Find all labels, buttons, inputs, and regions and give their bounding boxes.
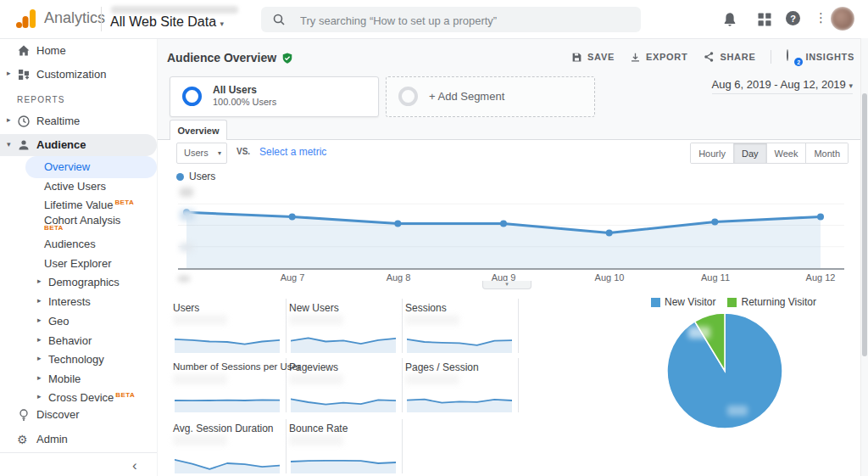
top-bar: Analytics All Web Site Data ▾ ? ⋮ [0, 0, 868, 39]
granularity-month[interactable]: Month [805, 143, 848, 163]
sidebar-item-audience[interactable]: ▾ Audience [0, 134, 157, 156]
redacted-metric-value [289, 435, 343, 445]
chevron-down-icon: ▾ [849, 81, 853, 90]
customization-icon [17, 68, 31, 81]
sidebar-item-demographics[interactable]: ▸ Demographics [0, 272, 157, 293]
x-axis-label: Aug 12 [795, 272, 846, 283]
sidebar-item-home[interactable]: Home [0, 41, 157, 61]
redacted-metric-value [405, 374, 459, 384]
insights-label: INSIGHTS [805, 52, 854, 62]
granularity-day[interactable]: Day [733, 143, 766, 163]
redacted-account-breadcrumb [111, 6, 238, 14]
chart-collapse-handle[interactable]: ▾ [482, 281, 531, 289]
sidebar-item-mobile[interactable]: ▸ Mobile [0, 369, 157, 389]
redacted-metric-value [289, 374, 343, 384]
search-box[interactable] [261, 7, 641, 32]
add-segment-button[interactable]: + Add Segment [386, 76, 595, 117]
pie-legend-item: New Visitor [651, 296, 715, 308]
chevron-down-icon: ▾ [218, 149, 221, 157]
share-button[interactable]: SHARE [703, 51, 755, 63]
share-icon [703, 51, 715, 63]
sidebar-item-discover[interactable]: Discover [0, 405, 157, 425]
collapse-sidebar-icon[interactable]: ‹ [132, 457, 137, 474]
sidebar-item-realtime[interactable]: ▸ Realtime [0, 111, 157, 132]
sidebar-item-label: Interests [48, 295, 91, 308]
collapse-arrow-icon: ▾ [7, 140, 11, 148]
redacted-pie-label [727, 406, 748, 416]
sidebar-item-overview[interactable]: Overview [25, 156, 157, 178]
expand-arrow-icon: ▸ [37, 373, 42, 382]
notifications-bell-icon[interactable] [721, 11, 738, 28]
expand-arrow-icon: ▸ [37, 335, 42, 344]
metric-selector-dropdown[interactable]: Users ▾ [176, 143, 227, 164]
redacted-y-tick [180, 210, 195, 221]
sidebar-item-interests[interactable]: ▸ Interests [0, 292, 157, 312]
scrollbar-thumb[interactable] [862, 93, 867, 356]
sidebar-item-label: User Explorer [44, 257, 111, 270]
page-title-text: Audience Overview [167, 51, 276, 64]
export-button[interactable]: EXPORT [630, 52, 687, 63]
sidebar-item-geo[interactable]: ▸ Geo [0, 311, 157, 332]
clock-icon [17, 115, 31, 128]
date-range-selector[interactable]: Aug 6, 2019 - Aug 12, 2019 ▾ [712, 78, 853, 94]
property-name: All Web Site Data [110, 14, 216, 29]
save-button[interactable]: SAVE [571, 52, 615, 63]
sidebar-item-label: Behavior [48, 334, 92, 347]
sidebar-item-label: Mobile [48, 372, 81, 385]
beta-badge: BETA [114, 199, 134, 206]
help-icon[interactable]: ? [786, 11, 800, 25]
expand-arrow-icon: ▸ [37, 354, 42, 362]
sidebar-item-customization[interactable]: ▸ Customization [0, 64, 157, 85]
more-options-icon[interactable]: ⋮ [815, 10, 832, 27]
segment-ring-icon [398, 87, 418, 106]
visitor-type-pie-chart [665, 311, 784, 430]
sidebar-item-technology[interactable]: ▸ Technology [0, 350, 157, 370]
metric-card-sessions: Sessions [402, 299, 519, 353]
expand-arrow-icon: ▸ [37, 392, 42, 400]
sidebar-item-label: Discover [36, 408, 80, 421]
segment-all-users[interactable]: All Users 100.00% Users [170, 76, 379, 117]
legend-label: Users [189, 171, 215, 182]
sidebar-item-admin[interactable]: ⚙ Admin [0, 429, 157, 450]
sidebar-item-cohort-analysis[interactable]: Cohort Analysis [0, 210, 157, 231]
sidebar-item-label: Home [36, 44, 66, 57]
sidebar-item-behavior[interactable]: ▸ Behavior [0, 331, 157, 351]
vertical-scrollbar[interactable] [860, 38, 868, 476]
insights-icon: 2 [787, 50, 800, 64]
google-analytics-logo-icon[interactable] [15, 8, 37, 30]
redacted-metric-value [173, 374, 227, 384]
redacted-y-tick [180, 243, 193, 252]
pie-legend-label: Returning Visitor [741, 296, 816, 308]
reports-section-label: REPORTS [17, 95, 65, 104]
sidebar-item-user-explorer[interactable]: User Explorer [0, 254, 157, 274]
avg-session-duration-sparkline [175, 451, 280, 473]
expand-arrow-icon: ▸ [37, 277, 42, 285]
users-over-time-chart[interactable] [178, 182, 844, 268]
tab-overview[interactable]: Overview [170, 120, 227, 140]
sidebar-nav: Home ▸ Customization REPORTS ▸ Realtime … [0, 38, 158, 476]
product-name[interactable]: Analytics [44, 9, 105, 27]
vs-label: VS. [236, 147, 250, 156]
sidebar-item-audiences[interactable]: Audiences [0, 234, 157, 255]
search-input[interactable] [298, 7, 632, 34]
redacted-metric-value [405, 315, 459, 325]
add-segment-label: + Add Segment [429, 90, 504, 103]
metric-card-title: Users [173, 302, 199, 314]
x-axis-label: Aug 11 [690, 272, 741, 283]
redacted-metric-value [289, 315, 343, 325]
apps-grid-icon[interactable] [756, 11, 773, 28]
beta-badge: BETA [44, 224, 64, 232]
avatar[interactable] [831, 7, 854, 31]
granularity-hourly[interactable]: Hourly [691, 143, 733, 163]
insights-button[interactable]: 2 INSIGHTS [787, 50, 854, 64]
select-a-metric-link[interactable]: Select a metric [259, 146, 326, 158]
granularity-week[interactable]: Week [766, 143, 806, 163]
date-range-text: Aug 6, 2019 - Aug 12, 2019 [712, 78, 846, 91]
metric-selector-value: Users [184, 148, 209, 158]
sidebar-item-label: Demographics [48, 276, 120, 288]
x-axis-line [178, 268, 844, 270]
header-divider [101, 7, 102, 31]
property-selector[interactable]: All Web Site Data ▾ [110, 14, 224, 30]
sidebar-item-label: Geo [48, 315, 70, 328]
sidebar-item-active-users[interactable]: Active Users [0, 176, 157, 197]
